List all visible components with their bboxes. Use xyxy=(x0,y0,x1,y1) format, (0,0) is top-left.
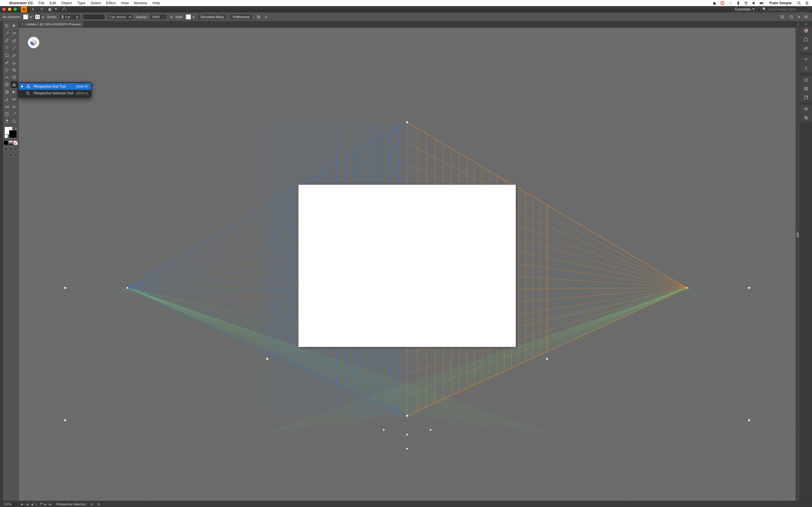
pencil-tool[interactable] xyxy=(3,59,10,66)
dock-color[interactable] xyxy=(800,26,812,35)
stroke-weight-field[interactable]: 1 pt xyxy=(59,14,80,20)
preferences-button[interactable]: Preferences xyxy=(230,14,252,20)
minimize-window[interactable] xyxy=(8,8,11,11)
fill-stroke-widget[interactable]: ⤭ xyxy=(4,127,17,138)
menu-object[interactable]: Object xyxy=(59,1,75,5)
color-mode-gradient[interactable] xyxy=(9,141,13,145)
spotlight-icon[interactable] xyxy=(797,1,801,5)
isolate-caret[interactable] xyxy=(797,15,800,18)
dock-expand-icon[interactable] xyxy=(800,21,812,26)
rectangle-tool[interactable] xyxy=(3,52,10,59)
zoom-field[interactable]: 100% xyxy=(2,502,18,506)
grid-handle-origin[interactable] xyxy=(405,414,409,417)
wifi-icon[interactable] xyxy=(744,1,748,5)
stock-button[interactable]: St xyxy=(38,7,45,12)
menu-type[interactable]: Type xyxy=(75,1,88,5)
blend-tool[interactable] xyxy=(11,96,17,103)
swap-fill-stroke[interactable]: ⤭ xyxy=(14,127,17,130)
zoom-window[interactable] xyxy=(13,8,17,11)
color-mode-none[interactable] xyxy=(13,141,17,145)
line-tool[interactable] xyxy=(11,45,17,51)
eraser-tool[interactable] xyxy=(11,59,17,66)
grid-handle-ground-level[interactable] xyxy=(406,434,408,436)
flyout-perspective-grid[interactable]: Perspective Grid Tool (Shift+P) xyxy=(19,83,91,90)
shape-builder-tool[interactable] xyxy=(3,81,10,88)
menu-edit[interactable]: Edit xyxy=(47,1,59,5)
align-to-caret[interactable] xyxy=(264,15,267,18)
timemachine-icon[interactable]: ↺ xyxy=(728,1,732,5)
dock-layers[interactable] xyxy=(800,105,812,113)
grid-plane-right-bottom[interactable] xyxy=(545,357,548,360)
panel-menu-icon[interactable] xyxy=(803,14,809,20)
volume-icon[interactable] xyxy=(752,1,756,5)
default-fill-stroke[interactable] xyxy=(4,135,8,138)
scale-tool[interactable] xyxy=(11,66,17,73)
next-artboard[interactable]: ▶ xyxy=(43,502,47,506)
grid-handle-horizon-left[interactable] xyxy=(64,286,67,289)
close-tab-icon[interactable]: × xyxy=(21,22,23,26)
grid-extent-left[interactable] xyxy=(64,419,67,422)
screen-mode[interactable] xyxy=(9,153,13,157)
draw-behind[interactable] xyxy=(9,147,13,151)
menu-view[interactable]: View xyxy=(118,1,132,5)
eyedropper-tool[interactable] xyxy=(3,96,10,103)
grid-handle-floor-left[interactable] xyxy=(383,429,385,431)
curvature-tool[interactable] xyxy=(11,37,17,44)
brush-definition[interactable]: 3 pt. Round xyxy=(108,14,133,20)
workspace-switcher[interactable]: Essentials xyxy=(731,6,758,12)
menu-select[interactable]: Select xyxy=(88,1,103,5)
prev-artboard[interactable]: ◀ xyxy=(30,502,34,506)
opacity-caret[interactable] xyxy=(170,15,172,18)
stroke-color-swatch[interactable] xyxy=(9,130,17,138)
magic-wand-tool[interactable] xyxy=(3,30,10,37)
battery-icon[interactable] xyxy=(760,1,764,5)
menu-help[interactable]: Help xyxy=(150,1,163,5)
graphic-style[interactable] xyxy=(186,14,195,19)
draw-inside[interactable] xyxy=(13,147,17,151)
grid-extent-right[interactable] xyxy=(748,419,751,422)
width-tool[interactable] xyxy=(3,74,10,80)
vertical-scrollbar[interactable] xyxy=(796,21,800,501)
arrange-documents[interactable]: ▦ xyxy=(47,7,59,12)
rotate-tool[interactable] xyxy=(3,66,10,73)
menu-file[interactable]: File xyxy=(36,1,47,5)
hand-tool[interactable] xyxy=(3,118,10,124)
first-artboard[interactable]: ⏮ xyxy=(26,502,29,506)
menu-window[interactable]: Window xyxy=(132,1,150,5)
bluetooth-icon[interactable] xyxy=(736,1,741,5)
grid-handle-floor-right[interactable] xyxy=(429,429,432,431)
pen-tool[interactable] xyxy=(3,37,10,44)
zoom-caret[interactable] xyxy=(20,503,23,506)
draw-normal[interactable] xyxy=(4,147,8,151)
dock-stroke[interactable] xyxy=(800,84,812,93)
document-setup-button[interactable]: Document Setup xyxy=(197,14,227,20)
canvas[interactable] xyxy=(18,27,796,501)
last-artboard[interactable]: ⏭ xyxy=(48,502,52,506)
artboard-number[interactable]: 1 xyxy=(35,502,38,506)
grid-plane-left-bottom[interactable] xyxy=(266,357,269,360)
status-menu-icon[interactable]: ▶ xyxy=(91,502,93,506)
app-menu[interactable]: Illustrator CC xyxy=(7,1,36,5)
flyout-perspective-selection[interactable]: Perspective Selection Tool (Shift+V) xyxy=(19,90,91,97)
perspective-grid-tool[interactable] xyxy=(11,81,17,88)
symbol-sprayer-tool[interactable] xyxy=(3,103,10,110)
close-window[interactable] xyxy=(2,8,6,11)
gradient-tool[interactable] xyxy=(11,89,17,95)
dock-color-guide[interactable] xyxy=(800,35,812,44)
isolate-mode-icon[interactable] xyxy=(788,14,795,20)
mesh-tool[interactable] xyxy=(3,89,10,95)
free-transform-tool[interactable] xyxy=(11,74,17,80)
opacity-field[interactable]: 100% xyxy=(150,14,167,20)
paintbrush-tool[interactable] xyxy=(11,52,17,59)
direct-selection-tool[interactable] xyxy=(11,22,17,29)
lasso-tool[interactable] xyxy=(11,30,17,37)
dock-swatches[interactable] xyxy=(800,44,812,52)
status-scroll-left[interactable]: ◀ xyxy=(97,502,99,506)
column-graph-tool[interactable] xyxy=(11,103,17,110)
dock-artboards[interactable] xyxy=(800,114,812,122)
grid-vanishing-right[interactable] xyxy=(686,287,688,289)
transform-panel-icon[interactable] xyxy=(779,14,785,20)
dock-brushes[interactable] xyxy=(800,55,812,64)
status-icon-circle[interactable]: ◉ xyxy=(712,1,717,5)
selection-tool[interactable] xyxy=(3,22,10,29)
